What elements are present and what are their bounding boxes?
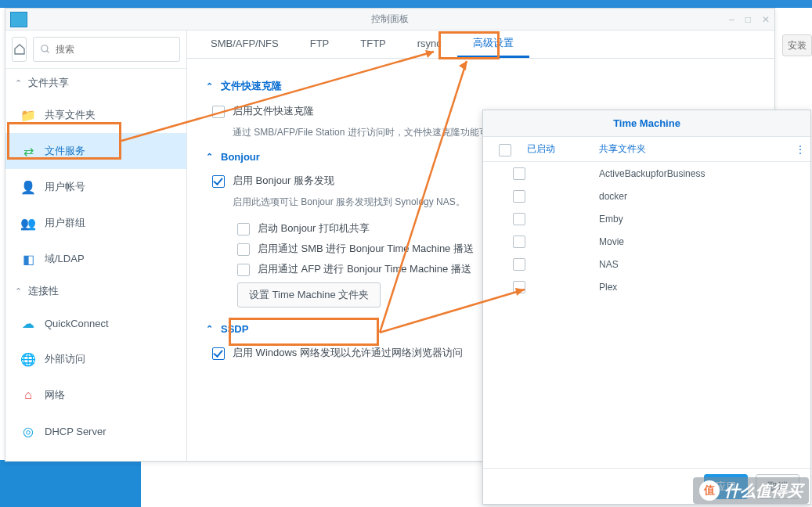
column-menu-icon[interactable]: ⋮ (790, 144, 810, 155)
chevron-down-icon: ⌃ (206, 81, 213, 92)
sidebar-item-quickconnect[interactable]: ☁QuickConnect (5, 305, 186, 341)
chevron-icon: ⌃ (15, 78, 22, 88)
sidebar-item-dhcp[interactable]: ◎DHCP Server (5, 413, 186, 449)
label: 启用通过 AFP 进行 Bonjour Time Machine 播送 (258, 262, 471, 276)
section-label: 文件共享 (28, 76, 69, 90)
tab-2[interactable]: TFTP (345, 31, 402, 58)
group-fastclone[interactable]: ⌃ 文件快速克隆 (206, 79, 756, 93)
svg-line-1 (47, 51, 49, 53)
tab-3[interactable]: rsync (402, 31, 457, 58)
col-enabled[interactable]: 已启动 (527, 142, 599, 156)
checkbox-folder[interactable] (513, 190, 525, 203)
label: 启用通过 SMB 进行 Bonjour Time Machine 播送 (258, 242, 474, 256)
label: 启动 Bonjour 打印机共享 (258, 221, 370, 236)
col-folder[interactable]: 共享文件夹 (599, 142, 790, 156)
watermark-icon: 值 (699, 480, 720, 501)
folder-name: NAS (599, 259, 810, 270)
checkbox-select-all[interactable] (499, 144, 511, 156)
quickconnect-icon: ☁ (20, 315, 37, 332)
sidebar: ⌃文件共享📁共享文件夹⇄文件服务👤用户帐号👥用户群组◧域/LDAP⌃连接性☁Qu… (5, 31, 187, 461)
sidebar-item-file-services[interactable]: ⇄文件服务 (5, 133, 186, 169)
section-header[interactable]: ⌃文件共享 (5, 69, 186, 97)
folder-name: Emby (599, 214, 810, 225)
tab-4[interactable]: 高级设置 (457, 31, 529, 58)
tabs: SMB/AFP/NFSFTPTFTPrsync高级设置 (187, 31, 774, 59)
time-machine-dialog: Time Machine 已启动 共享文件夹 ⋮ ActiveBackupfor… (482, 110, 811, 505)
group-title: 文件快速克隆 (221, 79, 282, 93)
tab-1[interactable]: FTP (294, 31, 345, 58)
checkbox-bonjour-smb-tm[interactable] (237, 243, 250, 256)
group-icon: 👥 (20, 214, 37, 232)
checkbox-folder[interactable] (513, 258, 525, 271)
sidebar-item-domain-ldap[interactable]: ◧域/LDAP (5, 241, 186, 277)
home-button[interactable] (12, 37, 27, 62)
folder-row[interactable]: NAS (483, 253, 810, 275)
checkbox-folder[interactable] (513, 281, 525, 293)
group-title: SSDP (221, 323, 248, 335)
dialog-title: Time Machine (483, 110, 810, 137)
user-icon: 👤 (20, 178, 37, 196)
folder-row[interactable]: Emby (483, 207, 810, 230)
sidebar-item-network[interactable]: ⌂网络 (5, 377, 186, 413)
close-button[interactable]: ✕ (762, 14, 770, 25)
network-icon: ⌂ (20, 387, 37, 404)
watermark-text: 什么值得买 (724, 480, 803, 502)
dhcp-icon: ◎ (20, 422, 37, 440)
tab-0[interactable]: SMB/AFP/NFS (195, 31, 294, 58)
external-access-icon: 🌐 (20, 351, 37, 368)
checkbox-folder[interactable] (513, 167, 525, 180)
chevron-down-icon: ⌃ (206, 152, 213, 162)
sidebar-item-label: 用户帐号 (45, 180, 85, 194)
sidebar-item-label: 共享文件夹 (45, 108, 96, 122)
shared-folder-icon: 📁 (20, 106, 37, 124)
chevron-icon: ⌃ (15, 286, 22, 297)
svg-point-0 (42, 45, 48, 52)
minimize-button[interactable]: – (729, 14, 734, 25)
sidebar-item-shared-folder[interactable]: 📁共享文件夹 (5, 97, 186, 133)
file-services-icon: ⇄ (20, 142, 37, 160)
watermark: 值 什么值得买 (693, 477, 809, 504)
checkbox-bonjour-afp-tm[interactable] (237, 264, 250, 276)
window-title: 控制面板 (371, 13, 409, 26)
folder-name: Movie (599, 236, 810, 247)
checkbox-enable-ssdp[interactable] (212, 347, 225, 360)
sidebar-item-label: 域/LDAP (45, 252, 85, 266)
section-label: 连接性 (28, 284, 59, 298)
sidebar-item-label: 网络 (45, 388, 65, 402)
install-button[interactable]: 安装 (782, 34, 812, 56)
folder-row[interactable]: ActiveBackupforBusiness (483, 162, 810, 185)
sidebar-item-label: QuickConnect (45, 318, 109, 329)
group-title: Bonjour (221, 151, 260, 163)
label: 启用 Bonjour 服务发现 (233, 174, 334, 188)
search-field[interactable] (56, 44, 173, 55)
label: 启用文件快速克隆 (233, 104, 314, 118)
folder-name: ActiveBackupforBusiness (599, 168, 810, 179)
folder-name: Plex (599, 282, 810, 293)
sidebar-item-group[interactable]: 👥用户群组 (5, 205, 186, 241)
checkbox-bonjour-printer[interactable] (237, 223, 250, 236)
sidebar-item-external-access[interactable]: 🌐外部访问 (5, 341, 186, 377)
sidebar-item-user[interactable]: 👤用户帐号 (5, 169, 186, 205)
sidebar-item-label: 文件服务 (45, 144, 85, 158)
section-header[interactable]: ⌃连接性 (5, 277, 186, 305)
sidebar-item-label: 外部访问 (45, 352, 85, 366)
chevron-down-icon: ⌃ (206, 324, 213, 334)
search-icon (40, 44, 51, 55)
folder-row[interactable]: docker (483, 185, 810, 207)
search-input[interactable] (33, 37, 180, 62)
label: 启用 Windows 网络发现以允许通过网络浏览器访问 (233, 346, 463, 360)
sidebar-item-label: 用户群组 (45, 216, 85, 230)
folder-name: docker (599, 191, 810, 202)
app-icon (10, 12, 27, 27)
domain-ldap-icon: ◧ (20, 250, 37, 268)
checkbox-folder[interactable] (513, 213, 525, 225)
checkbox-enable-fastclone[interactable] (212, 106, 225, 118)
folder-row[interactable]: Plex (483, 275, 810, 298)
folder-row[interactable]: Movie (483, 230, 810, 253)
maximize-button[interactable]: □ (745, 14, 751, 25)
checkbox-folder[interactable] (513, 236, 525, 248)
sidebar-item-label: DHCP Server (45, 426, 106, 437)
dialog-header-row: 已启动 共享文件夹 ⋮ (483, 137, 810, 162)
set-timemachine-folder-button[interactable]: 设置 Time Machine 文件夹 (237, 282, 381, 307)
checkbox-enable-bonjour[interactable] (212, 175, 225, 188)
